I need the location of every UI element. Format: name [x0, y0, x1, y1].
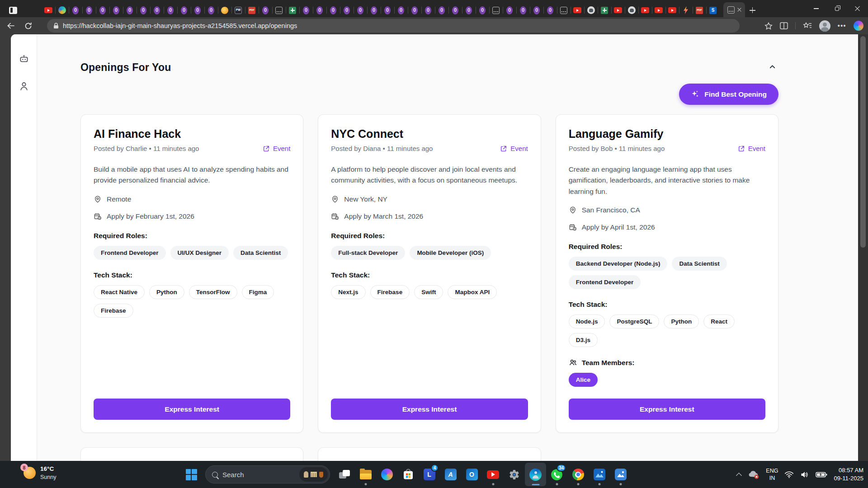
taskbar-app-whatsapp[interactable]: 34 — [546, 463, 567, 486]
more-menu-icon[interactable]: ••• — [838, 22, 846, 29]
bot-sidebar-button[interactable] — [18, 53, 30, 65]
clock[interactable]: 08:57 AM09-11-2025 — [834, 466, 863, 482]
address-bar[interactable]: https://hackcollab-iajn-git-main-shaurya… — [47, 19, 740, 33]
restore-button[interactable] — [826, 0, 847, 17]
tab-list-button[interactable] — [5, 3, 21, 17]
taskbar-app-gallery[interactable] — [610, 463, 631, 486]
browser-tab[interactable]: 0 — [191, 3, 204, 17]
tab-close-icon[interactable] — [737, 8, 741, 12]
browser-tab[interactable]: 0 — [394, 3, 408, 17]
browser-tab[interactable]: 0 — [516, 3, 530, 17]
browser-tab[interactable] — [584, 3, 598, 17]
browser-tab[interactable] — [218, 3, 231, 17]
browser-tab[interactable]: 0 — [123, 3, 137, 17]
browser-tab[interactable] — [42, 3, 55, 17]
browser-tab[interactable]: 0 — [164, 3, 177, 17]
browser-tab[interactable]: 0 — [340, 3, 354, 17]
browser-tab[interactable]: 0 — [448, 3, 462, 17]
battery-icon[interactable] — [816, 471, 827, 478]
collapse-section-button[interactable] — [767, 61, 778, 72]
taskbar-app-linkedin[interactable]: L4 — [419, 463, 440, 486]
browser-tab[interactable]: 0 — [476, 3, 489, 17]
browser-tab[interactable] — [611, 3, 625, 17]
split-screen-icon[interactable] — [780, 22, 788, 29]
browser-tab[interactable] — [598, 3, 611, 17]
browser-tab[interactable] — [272, 3, 286, 17]
browser-tab[interactable]: 0 — [354, 3, 367, 17]
back-button[interactable] — [4, 19, 18, 33]
scrollbar-thumb[interactable] — [860, 36, 866, 248]
profile-sidebar-button[interactable] — [18, 80, 30, 92]
browser-tab[interactable]: 0 — [109, 3, 123, 17]
express-interest-button[interactable]: Express Interest — [331, 399, 528, 420]
taskbar-app-photos[interactable] — [589, 463, 610, 486]
browser-tab[interactable]: 0 — [96, 3, 109, 17]
browser-tab[interactable] — [489, 3, 503, 17]
taskbar-app-youtube[interactable] — [482, 463, 504, 486]
browser-tab[interactable] — [625, 3, 638, 17]
browser-tab[interactable]: 0 — [313, 3, 326, 17]
weather-widget[interactable]: 8 16°CSunny — [24, 465, 56, 481]
taskbar-app-chrome[interactable] — [567, 463, 589, 486]
browser-tab[interactable] — [286, 3, 299, 17]
browser-tab[interactable]: 0 — [150, 3, 164, 17]
taskbar-app-copilot[interactable] — [376, 463, 397, 486]
taskbar-app-microsoft-store[interactable] — [397, 463, 419, 486]
browser-tab[interactable]: 0 — [177, 3, 191, 17]
browser-tab[interactable]: 0 — [137, 3, 150, 17]
taskbar-app-outlook[interactable]: O — [461, 463, 482, 486]
language-switcher[interactable]: ENGIN — [766, 467, 778, 482]
bookmark-star-icon[interactable] — [764, 22, 773, 30]
browser-tab[interactable]: 0 — [69, 3, 82, 17]
browser-tab[interactable] — [55, 3, 69, 17]
browser-tab[interactable]: 0 — [421, 3, 435, 17]
taskbar-app-designer[interactable]: A — [440, 463, 461, 486]
event-link[interactable]: Event — [738, 145, 765, 152]
browser-tab[interactable]: 0 — [326, 3, 340, 17]
browser-tab[interactable]: PDF — [245, 3, 259, 17]
express-interest-button[interactable]: Express Interest — [94, 399, 290, 420]
browser-tab[interactable]: 0 — [503, 3, 516, 17]
browser-tab[interactable]: 0 — [381, 3, 394, 17]
browser-tab[interactable]: 0 — [462, 3, 476, 17]
tray-chevron-icon[interactable] — [737, 472, 741, 478]
express-interest-button[interactable]: Express Interest — [569, 399, 765, 420]
browser-tab[interactable]: 0 — [299, 3, 313, 17]
browser-tab[interactable]: PDF — [693, 3, 706, 17]
browser-tab[interactable]: PW — [231, 3, 245, 17]
browser-tab[interactable]: 0 — [204, 3, 218, 17]
taskbar-search[interactable]: Search — [205, 465, 330, 483]
copilot-icon[interactable] — [854, 21, 863, 31]
taskbar-app-edge[interactable] — [525, 463, 546, 486]
taskbar-app-settings[interactable] — [504, 463, 525, 486]
event-link[interactable]: Event — [263, 145, 290, 152]
close-button[interactable] — [847, 0, 868, 17]
browser-tab[interactable] — [679, 3, 693, 17]
refresh-button[interactable] — [21, 19, 35, 33]
browser-tab[interactable]: S — [706, 3, 720, 17]
scrollbar[interactable] — [858, 34, 868, 461]
browser-tab[interactable] — [665, 3, 679, 17]
browser-tab[interactable] — [557, 3, 571, 17]
taskbar-app-task-view[interactable] — [334, 463, 355, 486]
browser-tab[interactable] — [638, 3, 652, 17]
start-button[interactable] — [181, 463, 202, 486]
volume-icon[interactable] — [800, 471, 809, 479]
browser-tab[interactable]: 0 — [435, 3, 448, 17]
taskbar-app-file-explorer[interactable] — [355, 463, 376, 486]
active-tab[interactable] — [723, 2, 745, 17]
browser-tab[interactable]: 0 — [543, 3, 557, 17]
event-link[interactable]: Event — [500, 145, 528, 152]
browser-tab[interactable] — [571, 3, 584, 17]
profile-avatar[interactable] — [819, 20, 830, 32]
find-best-opening-button[interactable]: Find Best Opening — [679, 84, 778, 105]
favorites-icon[interactable] — [803, 22, 812, 30]
browser-tab[interactable]: 0 — [408, 3, 421, 17]
onedrive-error-icon[interactable] — [747, 470, 760, 479]
browser-tab[interactable] — [652, 3, 665, 17]
browser-tab[interactable]: 0 — [259, 3, 272, 17]
browser-tab[interactable]: 0 — [82, 3, 96, 17]
minimize-button[interactable] — [806, 0, 826, 17]
new-tab-button[interactable] — [745, 3, 760, 17]
wifi-icon[interactable] — [784, 471, 794, 479]
